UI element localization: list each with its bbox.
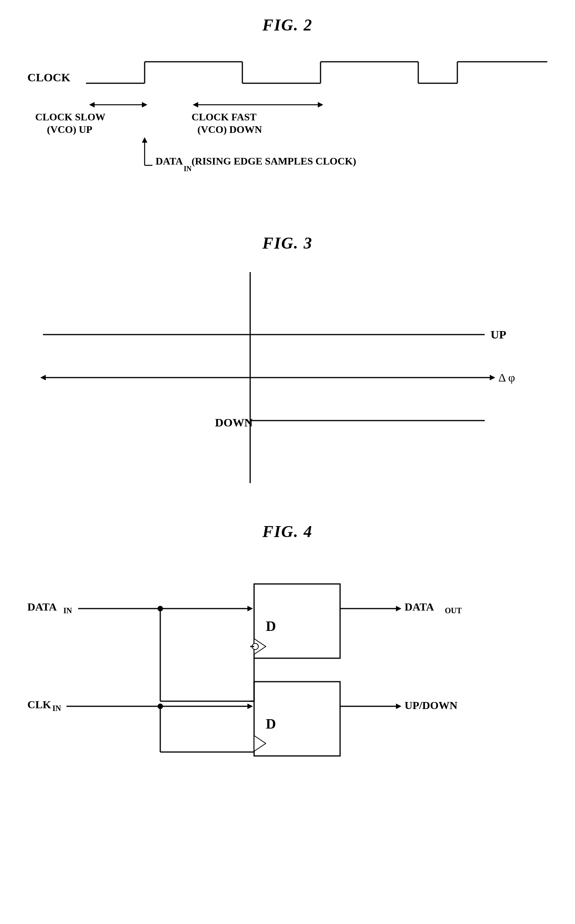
svg-text:CLOCK FAST: CLOCK FAST	[192, 111, 256, 123]
svg-text:Δ φ: Δ φ	[498, 371, 515, 384]
svg-text:D: D	[266, 716, 276, 732]
svg-text:IN: IN	[52, 704, 61, 713]
svg-text:DATA: DATA	[405, 601, 434, 613]
svg-text:OUT: OUT	[445, 606, 462, 615]
svg-marker-30	[247, 606, 253, 611]
svg-marker-2	[89, 102, 95, 107]
svg-text:CLOCK SLOW: CLOCK SLOW	[35, 111, 106, 123]
svg-marker-44	[247, 704, 253, 709]
svg-marker-12	[142, 137, 147, 143]
svg-marker-8	[318, 102, 323, 107]
fig3-title: FIG. 3	[23, 234, 552, 252]
svg-text:DOWN: DOWN	[215, 416, 253, 429]
svg-marker-20	[490, 375, 495, 380]
fig4-title: FIG. 4	[23, 522, 552, 541]
svg-marker-38	[396, 606, 401, 611]
svg-text:(VCO) UP: (VCO) UP	[47, 124, 92, 135]
svg-text:UP/DOWN: UP/DOWN	[405, 699, 457, 711]
page: FIG. 2 CLOCK	[0, 0, 575, 924]
svg-text:UP: UP	[491, 328, 506, 341]
svg-text:(VCO) DOWN: (VCO) DOWN	[197, 124, 262, 135]
svg-marker-7	[193, 102, 198, 107]
svg-text:CLK: CLK	[27, 698, 51, 711]
fig4-diagram: DATA IN D DATA OUT	[23, 553, 552, 779]
svg-text:DATA: DATA	[27, 601, 57, 613]
svg-text:CLOCK: CLOCK	[27, 71, 71, 84]
svg-text:IN: IN	[184, 165, 192, 173]
fig2-diagram: CLOCK	[23, 46, 552, 210]
fig3-diagram: Δ φ UP DOWN	[23, 264, 552, 499]
fig2-title: FIG. 2	[23, 16, 552, 34]
svg-text:(RISING EDGE SAMPLES CLOCK): (RISING EDGE SAMPLES CLOCK)	[192, 156, 356, 167]
svg-marker-19	[40, 375, 46, 380]
svg-text:D: D	[266, 618, 276, 634]
svg-text:IN: IN	[63, 606, 72, 615]
svg-marker-54	[396, 704, 401, 709]
svg-text:DATA: DATA	[156, 156, 183, 167]
svg-marker-3	[142, 102, 147, 107]
